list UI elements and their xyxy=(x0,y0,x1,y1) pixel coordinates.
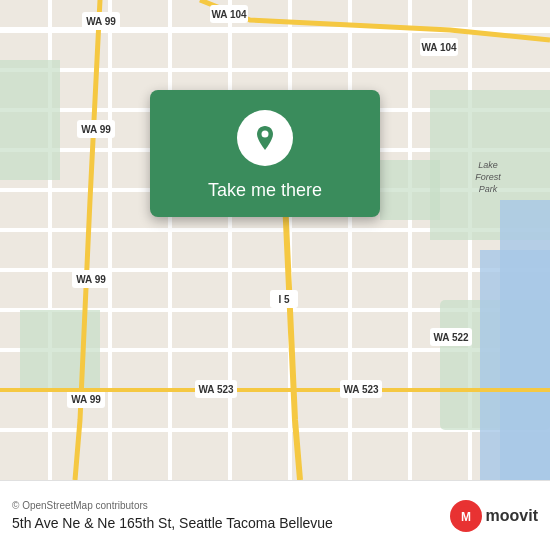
moovit-label: moovit xyxy=(486,507,538,525)
svg-point-51 xyxy=(262,131,269,138)
svg-rect-26 xyxy=(480,250,550,480)
map-svg: WA 99 WA 99 WA 99 WA 99 WA 104 WA 104 I … xyxy=(0,0,550,480)
bottom-bar: © OpenStreetMap contributors 5th Ave Ne … xyxy=(0,480,550,550)
svg-text:WA 523: WA 523 xyxy=(343,384,379,395)
svg-text:I 5: I 5 xyxy=(278,294,290,305)
svg-text:M: M xyxy=(461,510,471,524)
svg-text:WA 99: WA 99 xyxy=(71,394,101,405)
svg-text:WA 99: WA 99 xyxy=(76,274,106,285)
svg-text:Forest: Forest xyxy=(475,172,501,182)
svg-rect-20 xyxy=(0,60,60,180)
svg-text:Lake: Lake xyxy=(478,160,498,170)
svg-rect-24 xyxy=(380,160,440,220)
copyright-text: © OpenStreetMap contributors xyxy=(12,500,333,511)
bottom-info: © OpenStreetMap contributors 5th Ave Ne … xyxy=(12,500,333,531)
map-card: Take me there xyxy=(150,90,380,217)
svg-text:WA 104: WA 104 xyxy=(211,9,247,20)
svg-text:WA 523: WA 523 xyxy=(198,384,234,395)
location-pin-icon xyxy=(251,124,279,152)
svg-text:WA 522: WA 522 xyxy=(433,332,469,343)
svg-text:WA 99: WA 99 xyxy=(86,16,116,27)
moovit-icon: M xyxy=(450,500,482,532)
svg-text:WA 104: WA 104 xyxy=(421,42,457,53)
map-container: WA 99 WA 99 WA 99 WA 99 WA 104 WA 104 I … xyxy=(0,0,550,480)
svg-text:WA 99: WA 99 xyxy=(81,124,111,135)
svg-text:Park: Park xyxy=(479,184,498,194)
location-icon-wrapper xyxy=(237,110,293,166)
moovit-logo: M moovit xyxy=(450,500,538,532)
svg-rect-22 xyxy=(20,310,100,390)
address-text: 5th Ave Ne & Ne 165th St, Seattle Tacoma… xyxy=(12,515,333,531)
take-me-there-button[interactable]: Take me there xyxy=(208,180,322,201)
